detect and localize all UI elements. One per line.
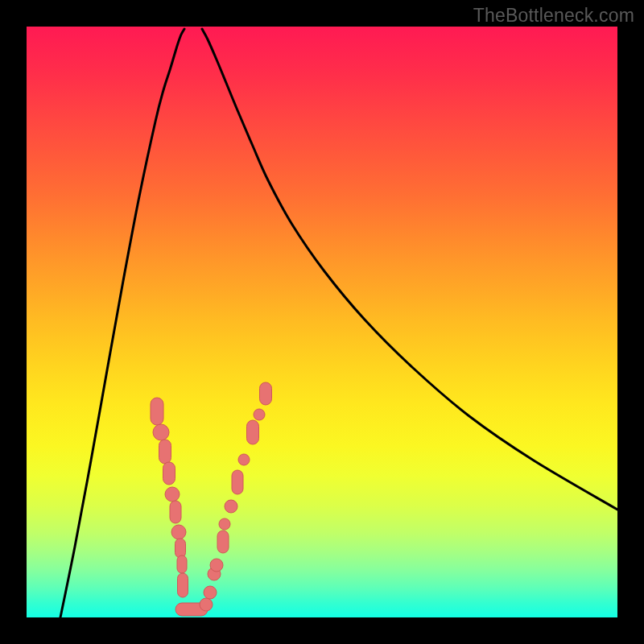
data-marker xyxy=(232,470,243,494)
data-marker xyxy=(204,586,217,599)
data-marker xyxy=(254,409,265,420)
chart-svg xyxy=(27,27,617,617)
data-marker xyxy=(151,398,163,425)
data-marker xyxy=(219,518,230,530)
data-marker xyxy=(210,559,223,572)
plot-area xyxy=(27,27,617,617)
data-marker xyxy=(238,454,250,465)
data-marker xyxy=(177,555,187,573)
curve-0 xyxy=(60,29,184,617)
data-marker xyxy=(217,530,229,553)
data-marker xyxy=(247,420,259,444)
data-marker xyxy=(178,573,188,597)
curve-1 xyxy=(202,29,617,510)
data-marker xyxy=(170,501,181,523)
data-marker xyxy=(165,487,180,502)
data-marker xyxy=(171,525,186,539)
chart-frame: TheBottleneck.com xyxy=(0,0,644,644)
data-marker xyxy=(163,462,175,485)
data-marker xyxy=(159,440,171,464)
data-marker xyxy=(225,500,237,513)
data-marker xyxy=(153,424,169,440)
curve-layer xyxy=(60,29,617,617)
watermark-text: TheBottleneck.com xyxy=(473,5,634,27)
data-marker xyxy=(260,382,272,405)
data-marker xyxy=(175,539,186,558)
marker-layer xyxy=(151,382,272,616)
data-marker xyxy=(200,598,213,611)
